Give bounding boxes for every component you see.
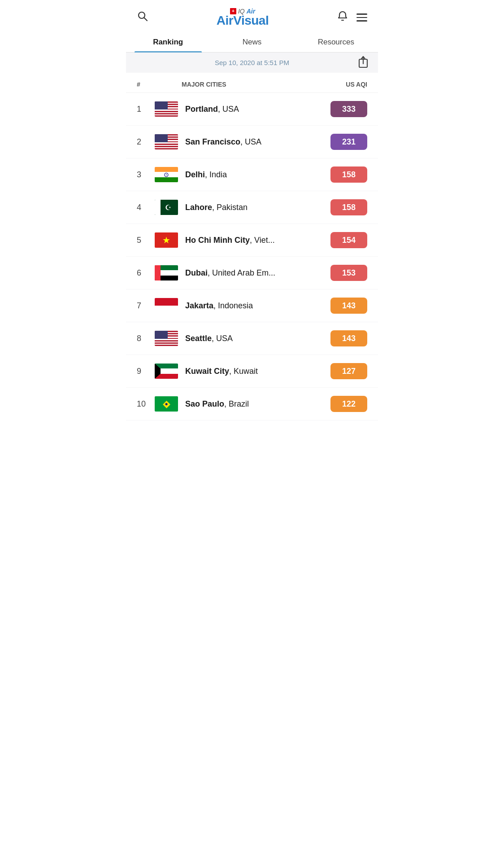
aqi-badge: 143 [330,298,367,314]
rank-number: 5 [137,236,155,245]
city-name: San Francisco, USA [185,137,330,147]
svg-line-1 [144,18,148,21]
date-text: Sep 10, 2020 at 5:51 PM [215,59,289,66]
swiss-flag-icon [230,8,236,14]
country-flag [155,134,178,149]
aqi-badge: 333 [330,101,367,117]
aqi-badge: 158 [330,166,367,183]
country-flag [155,298,178,313]
city-name: Kuwait City, Kuwait [185,367,330,376]
country-flag [155,396,178,412]
table-row[interactable]: 10 Sao Paulo, Brazil 122 [126,388,378,421]
nav-tabs: Ranking News Resources [126,31,378,53]
app-logo: IQAir AirVisual [217,8,269,27]
col-rank-header: # [137,81,155,88]
city-name: Seattle, USA [185,334,330,343]
rank-number: 9 [137,367,155,376]
tab-news[interactable]: News [210,31,294,52]
city-name: Portland, USA [185,105,330,114]
city-name: Ho Chi Minh City, Viet... [185,236,330,245]
aqi-badge: 122 [330,396,367,412]
aqi-badge: 143 [330,330,367,346]
rank-number: 4 [137,203,155,212]
rank-number: 2 [137,137,155,147]
country-flag [155,232,178,248]
country-flag [155,265,178,280]
aqi-badge: 231 [330,134,367,150]
city-name: Dubai, United Arab Em... [185,268,330,278]
aqi-badge: 153 [330,265,367,281]
city-list: 1 Portland, USA 333 2 San Francisco, USA… [126,93,378,421]
table-row[interactable]: 3 Delhi, India 158 [126,158,378,191]
table-row[interactable]: 2 San Francisco, USA 231 [126,126,378,158]
tab-ranking[interactable]: Ranking [126,31,210,52]
table-row[interactable]: 5 Ho Chi Minh City, Viet... 154 [126,224,378,257]
country-flag [155,167,178,182]
table-row[interactable]: 8 Seattle, USA 143 [126,322,378,355]
logo-brand: AirVisual [217,14,269,27]
city-name: Sao Paulo, Brazil [185,399,330,409]
city-name: Delhi, India [185,170,330,180]
table-row[interactable]: 6 Dubai, United Arab Em... 153 [126,257,378,289]
bell-icon[interactable] [337,10,348,25]
country-flag [155,200,178,215]
aqi-badge: 158 [330,199,367,215]
rank-number: 8 [137,334,155,343]
aqi-badge: 127 [330,363,367,379]
rank-number: 10 [137,399,155,409]
table-row[interactable]: 7 Jakarta, Indonesia 143 [126,289,378,322]
search-icon[interactable] [137,10,148,25]
share-button[interactable] [357,55,369,71]
rank-number: 6 [137,268,155,278]
rank-number: 7 [137,301,155,311]
rank-number: 1 [137,105,155,114]
country-flag [155,364,178,379]
rank-number: 3 [137,170,155,180]
city-name: Jakarta, Indonesia [185,301,330,311]
country-flag [155,101,178,117]
col-cities-header: MAJOR CITIES [155,81,327,88]
aqi-badge: 154 [330,232,367,248]
city-name: Lahore, Pakistan [185,203,330,212]
table-row[interactable]: 1 Portland, USA 333 [126,93,378,126]
menu-icon[interactable] [356,13,367,22]
col-aqi-header: US AQI [327,81,367,88]
table-row[interactable]: 9 Kuwait City, Kuwait 127 [126,355,378,388]
table-row[interactable]: 4 Lahore, Pakistan 158 [126,191,378,224]
country-flag [155,331,178,346]
header: IQAir AirVisual [126,0,378,31]
tab-resources[interactable]: Resources [294,31,378,52]
table-header: # MAJOR CITIES US AQI [126,73,378,93]
date-bar: Sep 10, 2020 at 5:51 PM [126,53,378,73]
